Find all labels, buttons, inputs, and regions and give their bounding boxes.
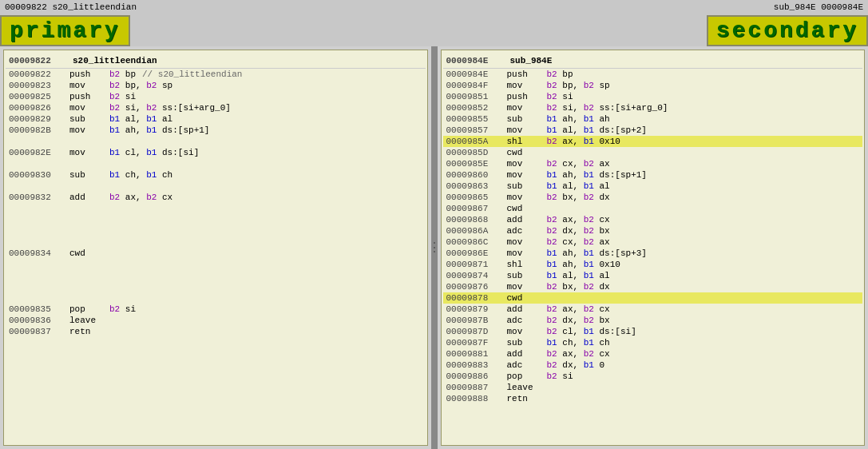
table-row	[6, 181, 426, 192]
table-row: 00009888retn	[443, 393, 863, 404]
table-row: 00009865movb2 bx, b2 dx	[443, 192, 863, 203]
table-row: 00009883adcb2 dx, b1 0	[443, 360, 863, 371]
table-row	[6, 281, 426, 292]
table-row: 00009837retn	[6, 326, 426, 337]
table-row: 0000982Bmovb1 ah, b1 ds:[sp+1]	[6, 125, 426, 136]
left-header-info: 00009822 s20_littleendian	[5, 2, 137, 12]
table-row	[6, 136, 426, 147]
left-func-name: s20_littleendian	[73, 55, 157, 66]
left-code-lines: 00009822pushb2 bp// s20_littleendian0000…	[6, 69, 426, 337]
table-row: 0000982Emovb1 cl, b1 ds:[si]	[6, 147, 426, 158]
table-row: 00009871shlb1 ah, b1 0x10	[443, 259, 863, 270]
table-row: 0000986Aadcb2 dx, b2 bx	[443, 225, 863, 236]
table-row: 0000987Badcb2 dx, b2 bx	[443, 315, 863, 326]
table-row: 0000984Fmovb2 bp, b2 sp	[443, 80, 863, 91]
right-func-addr: 0000984E	[446, 55, 510, 66]
table-row: 0000986Cmovb2 cx, b2 ax	[443, 236, 863, 248]
table-row: 00009886popb2 si	[443, 371, 863, 382]
secondary-title: secondary	[707, 15, 868, 46]
table-row: 0000985Ashlb2 ax, b1 0x10	[443, 136, 863, 147]
table-row: 00009857movb1 al, b1 ds:[sp+2]	[443, 125, 863, 136]
left-code-panel: 00009822 s20_littleendian 00009822pushb2…	[3, 50, 428, 446]
table-row: 00009855subb1 ah, b1 ah	[443, 113, 863, 125]
table-row: 0000985Dcwd	[443, 147, 863, 158]
right-func-name: sub_984E	[510, 55, 553, 66]
table-row: 00009836leave	[6, 315, 426, 326]
table-row: 00009874subb1 al, b1 al	[443, 270, 863, 281]
table-row: 00009835popb2 si	[6, 304, 426, 315]
table-row: 00009876movb2 bx, b2 dx	[443, 281, 863, 292]
table-row	[6, 225, 426, 236]
table-row: 00009878cwd	[443, 292, 863, 304]
table-row: 00009863subb1 al, b1 al	[443, 181, 863, 192]
table-row: 00009868addb2 ax, b2 cx	[443, 214, 863, 225]
table-row: 0000987Fsubb1 ch, b1 ch	[443, 337, 863, 348]
table-row: 00009860movb1 ah, b1 ds:[sp+1]	[443, 169, 863, 181]
table-row: 00009832addb2 ax, b2 cx	[6, 192, 426, 203]
table-row: 00009851pushb2 si	[443, 91, 863, 102]
table-row: 0000985Emovb2 cx, b2 ax	[443, 158, 863, 169]
table-row: 00009826movb2 si, b2 ss:[si+arg_0]	[6, 102, 426, 113]
right-code-panel: 0000984E sub_984E 0000984Epushb2 bp00009…	[441, 50, 866, 446]
table-row	[6, 270, 426, 281]
right-code-lines: 0000984Epushb2 bp0000984Fmovb2 bp, b2 sp…	[443, 69, 863, 404]
table-row: 00009879addb2 ax, b2 cx	[443, 304, 863, 315]
table-row: 00009825pushb2 si	[6, 91, 426, 102]
table-row: 00009822pushb2 bp// s20_littleendian	[6, 69, 426, 80]
left-func-header: 00009822 s20_littleendian	[6, 54, 426, 69]
primary-title: primary	[0, 15, 130, 46]
left-func-addr: 00009822	[9, 55, 73, 66]
right-func-header: 0000984E sub_984E	[443, 54, 863, 69]
table-row: 00009830subb1 ch, b1 ch	[6, 169, 426, 181]
table-row	[6, 292, 426, 304]
table-row	[6, 203, 426, 214]
right-header-info: sub_984E 0000984E	[774, 2, 863, 12]
table-row: 0000987Dmovb2 cl, b1 ds:[si]	[443, 326, 863, 337]
table-row: 0000986Emovb1 ah, b1 ds:[sp+3]	[443, 248, 863, 259]
table-row: 00009852movb2 si, b2 ss:[si+arg_0]	[443, 102, 863, 113]
table-row	[6, 214, 426, 225]
table-row	[6, 259, 426, 270]
table-row	[6, 236, 426, 248]
table-row	[6, 158, 426, 169]
table-row: 0000984Epushb2 bp	[443, 69, 863, 80]
table-row: 00009829subb1 al, b1 al	[6, 113, 426, 125]
table-row: 00009823movb2 bp, b2 sp	[6, 80, 426, 91]
table-row: 00009834cwd	[6, 248, 426, 259]
table-row: 00009867cwd	[443, 203, 863, 214]
table-row: 00009881addb2 ax, b2 cx	[443, 348, 863, 360]
panel-divider[interactable]: ⋮	[431, 46, 438, 449]
table-row: 00009887leave	[443, 382, 863, 393]
